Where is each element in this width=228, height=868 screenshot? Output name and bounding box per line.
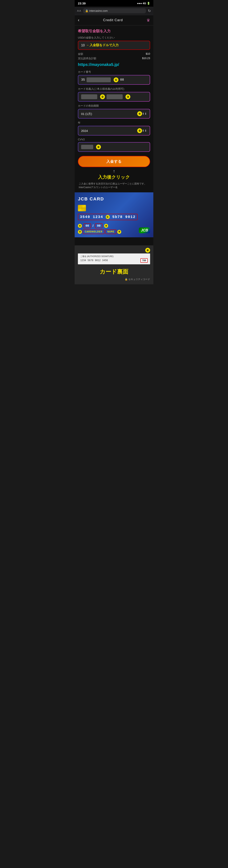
jcb-card-title: JCB CARD [78, 196, 104, 202]
chip-icon [78, 205, 86, 211]
summary-amount-row: 金額 $10 [78, 52, 150, 56]
url-text: intercasino.com [89, 9, 108, 12]
signature-area: ご署名 (AUTHORIZED SIGNATURE) 1234 5678 901… [78, 253, 150, 264]
main-form: 希望取引金額を入力 USDの金額を入力してください 10 ←入金額をドルで入力 … [75, 25, 153, 192]
input-click-label: 入力後クリック [78, 174, 150, 180]
security-code-label: 🔒 セキュリティコード [75, 278, 153, 284]
browser-bar: A A 🔒 intercasino.com ↻ [75, 7, 153, 15]
jcb-circle-1: ① [106, 215, 110, 219]
cardholder-last-display: NAME [105, 229, 116, 234]
notice-text: ご入金に使用する決済方法の口座はユーザーごとに固有です。InterCasinoア… [78, 182, 150, 189]
url-bar[interactable]: 🔒 intercasino.com [83, 8, 146, 13]
card-number-end: 08 [120, 78, 124, 82]
circle-4-expiry: ④ [137, 111, 142, 116]
amount-arrow-label: ←入金額をドルで入力 [86, 43, 119, 48]
security-code-text: セキュリティコード [128, 278, 150, 281]
summary-label-2: 支払請求合計額 [78, 57, 96, 60]
circle-6-cvv: ⑥ [96, 145, 101, 149]
back-button[interactable]: ‹ [78, 18, 79, 23]
summary-value-2: $10.23 [142, 57, 150, 60]
section-title: 希望取引金額を入力 [78, 29, 150, 33]
amount-input-wrapper: 10 ←入金額をドルで入力 [78, 41, 150, 50]
cardholder-label: カード名義人(ご本人様名義のみ利用可) [78, 87, 150, 91]
battery-icon: 🔋 [147, 2, 150, 5]
circle-2-cardholder: ② [100, 94, 105, 99]
status-icons: ●●● 4G 🔋 [137, 2, 150, 5]
year-wrapper: 2024 2025 2026 2027 2028 2029 2030 ⑤ ⬆⬇ [78, 126, 150, 135]
chevron-down-icon-year: ⬆⬇ [142, 129, 147, 132]
circle-1-card: ① [114, 78, 118, 82]
arrow-up-icon: ↑ [113, 169, 115, 173]
card-num-part1: 3540 1234 [80, 215, 103, 219]
lock-icon: 🔒 [85, 9, 88, 12]
card-number-display: 3540 1234 ① 5b78 9012 [78, 214, 138, 220]
cardholder-first-display: CARDHOLDER [83, 229, 105, 234]
amount-value: 10 [81, 43, 85, 47]
expiry-month-wrapper: 01 (1月) 02 (2月) 03 (3月) 04 (4月) 05 (5月) … [78, 109, 150, 119]
jcb-circle-5: ⑤ [104, 224, 108, 228]
jcb-logo-badge: JCB [139, 227, 150, 233]
jcb-card-back: ⑥ ご署名 (AUTHORIZED SIGNATURE) 1234 5678 9… [75, 237, 153, 284]
summary-total-row: 支払請求合計額 $10.23 [78, 57, 150, 60]
year-label: 年 [78, 121, 150, 125]
card-num-part2: 5b78 9012 [112, 215, 136, 219]
circle-6-back: ⑥ [145, 248, 150, 253]
card-number-row-front: 3540 1234 ① 5b78 9012 [78, 214, 150, 222]
expiry-year-display: 00 [95, 223, 103, 228]
circle-3-cardholder: ③ [125, 94, 130, 99]
circle-5-year: ⑤ [137, 128, 142, 133]
cardholder-last-blur [107, 94, 123, 99]
expiry-month-display: 00 [84, 223, 91, 228]
sig-number: 1234 5678 9012 3456 [80, 259, 108, 262]
summary-value-1: $10 [146, 52, 150, 56]
magnetic-stripe [75, 237, 153, 245]
cardholder-first-blur [81, 94, 97, 99]
cvv-input-wrapper: ⑥ [78, 142, 150, 152]
jcb-circle-2: ② [78, 230, 82, 234]
card-number-start: 35 [81, 78, 85, 82]
page-header: ‹ Credit Card ♛ [75, 15, 153, 25]
deposit-button[interactable]: 入金する [78, 156, 150, 167]
status-time: 23:39 [78, 2, 86, 5]
jcb-circle-4: ④ [78, 224, 82, 228]
sig-label: ご署名 (AUTHORIZED SIGNATURE) [80, 255, 148, 258]
website-url: https://mayonaka5.jp/ [78, 62, 150, 67]
status-bar: 23:39 ●●● 4G 🔋 [75, 0, 153, 7]
cvv-value-display: 789 [140, 258, 148, 263]
refresh-button[interactable]: ↻ [148, 9, 151, 13]
card-number-input-wrapper: 35 ① 08 [78, 75, 150, 85]
cardholder-input-wrapper: ② ③ [78, 92, 150, 102]
jcb-circle-3: ③ [117, 230, 121, 234]
chevron-down-icon-month: ⬆⬇ [142, 112, 147, 115]
jcb-title-row: JCB CARD [78, 196, 150, 202]
cvv-blur [81, 145, 93, 149]
expiry-label: カードの有効期限 [78, 104, 150, 108]
page-title: Credit Card [103, 18, 123, 22]
cvv-label: CVV2 [78, 138, 150, 141]
summary-label-1: 金額 [78, 52, 83, 56]
card-number-middle-blur [87, 78, 111, 82]
year-select[interactable]: 2024 2025 2026 2027 2028 2029 2030 [81, 129, 136, 132]
expiry-month-select[interactable]: 01 (1月) 02 (2月) 03 (3月) 04 (4月) 05 (5月) … [81, 112, 136, 116]
card-number-label: カード番号 [78, 70, 150, 74]
signal-icon: ●●● 4G [137, 2, 146, 5]
crown-icon: ♛ [146, 18, 150, 23]
card-back-label: カード裏面 [75, 266, 153, 278]
font-button[interactable]: A A [77, 9, 81, 12]
jcb-card-front: JCB CARD 3540 1234 ① 5b78 9012 ④ 00 / 00… [75, 192, 153, 237]
lock-security-icon: 🔒 [125, 278, 128, 281]
amount-label: USDの金額を入力してください [78, 36, 150, 39]
